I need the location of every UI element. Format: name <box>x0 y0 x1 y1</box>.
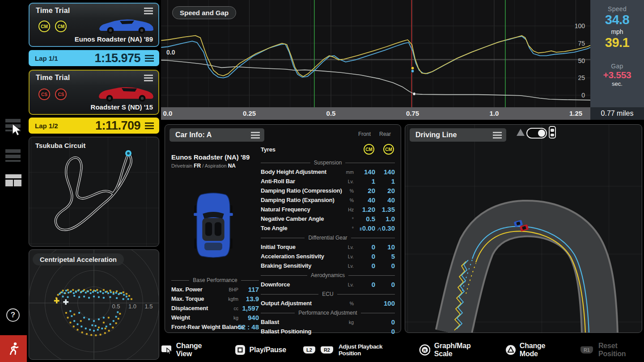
runner-icon <box>6 341 21 356</box>
chart-x-axis[interactable]: 0.00.250.50.751.01.25 <box>161 107 590 120</box>
hint-label: Change View <box>176 342 218 358</box>
control-hints-bar: Change ViewPlay/PauseL2R2Adjust Playback… <box>161 337 644 362</box>
spec-value: 940 <box>248 314 259 321</box>
gg-point <box>117 311 119 313</box>
lap-a-time: 1:15.975 <box>94 51 140 65</box>
gg-point <box>82 290 84 292</box>
driving-line-toggle[interactable] <box>526 128 547 139</box>
gg-point <box>69 322 71 324</box>
lap-a-menu-icon[interactable] <box>145 55 154 62</box>
gg-point <box>107 292 109 294</box>
car-info-menu-icon[interactable] <box>251 132 260 139</box>
gg-point <box>81 332 83 333</box>
section-name: Aerodynamics <box>311 272 345 278</box>
r2-button-icon: R2 <box>321 346 333 354</box>
gg-point <box>113 293 114 295</box>
lap-row-a[interactable]: Lap 1/1 1:15.975 <box>29 50 159 66</box>
tyres-label: Tyres <box>261 146 275 153</box>
hint-touchpad[interactable]: Change View <box>161 342 218 358</box>
section-divider: Performance Adjustment <box>261 308 395 317</box>
hint-label: Graph/Map Scale <box>434 342 488 358</box>
driving-line-header[interactable]: Driving Line <box>410 128 506 142</box>
entry-a-car-name: Eunos Roadster (NA) '89 <box>75 35 153 43</box>
car-info-header[interactable]: Car Info: A <box>169 128 264 142</box>
gg-point <box>85 292 87 294</box>
gg-point <box>88 319 90 320</box>
lap-row-b[interactable]: Lap 1/2 1:11.709 <box>29 118 159 134</box>
entry-card-a[interactable]: Time Trial CM CM Eunos Roadster (NA) '89 <box>29 3 159 47</box>
setting-row: Ballast Positioning0 <box>261 327 395 336</box>
drivetrain-label: Drivetrain <box>171 163 192 168</box>
series-0 <box>161 36 590 78</box>
x-axis-tick-label: 0.75 <box>406 109 419 117</box>
spec-label: Weight <box>171 314 190 321</box>
touchpad-icon <box>161 344 172 356</box>
gg-point <box>95 334 97 336</box>
car-display-icon[interactable] <box>549 126 556 139</box>
setting-unit: Lv. <box>348 254 354 259</box>
gap-unit: sec. <box>590 80 644 87</box>
series-2 <box>161 60 590 100</box>
gg-point <box>110 291 112 293</box>
hint-square[interactable]: Play/Pause <box>235 345 287 355</box>
hint-l2r2[interactable]: L2R2Adjust Playback Position <box>303 343 402 357</box>
menu-icon[interactable] <box>5 149 21 162</box>
car-info-panel: Car Info: A Eunos Roadster (NA) '89 Driv… <box>165 124 401 333</box>
setting-value-front: 1.20 <box>354 206 375 213</box>
setting-unit: % <box>350 188 354 194</box>
gg-point <box>103 289 105 291</box>
hint-rstick[interactable]: RGraph/Map Scale <box>419 342 488 358</box>
gg-point <box>78 296 80 298</box>
help-button[interactable]: ? <box>6 308 20 322</box>
gg-point <box>115 322 117 324</box>
setting-row: DownforceLv.00 <box>261 280 395 289</box>
y-axis-tick: 25 <box>578 74 585 81</box>
layout-view-icon[interactable] <box>5 174 21 187</box>
entry-b-menu-icon[interactable] <box>144 75 153 81</box>
car-info-identity: Eunos Roadster (NA) '89 Drivetrain FR / … <box>171 153 250 169</box>
setting-row: Anti-Roll BarLv.11 <box>261 177 395 186</box>
setting-value-front: 0.5 <box>354 215 375 223</box>
setting-label: Body Height Adjustment <box>261 168 326 175</box>
gg-point <box>67 296 69 298</box>
entry-b-car-name: Roadster S (ND) '15 <box>91 103 153 111</box>
gap-value: +3.553 <box>590 70 644 80</box>
gg-point <box>101 328 103 329</box>
gg-point <box>97 329 99 331</box>
driving-line-menu-icon[interactable] <box>493 132 502 139</box>
speed-label: Speed <box>590 5 644 13</box>
car-a-image <box>97 14 156 36</box>
setting-value-front: 0 <box>354 262 375 269</box>
gg-point <box>123 294 125 296</box>
hint-triangle[interactable]: Change Mode <box>505 342 564 358</box>
entry-card-b[interactable]: Time Trial CS CS Roadster S (ND) '15 <box>29 70 159 115</box>
gg-point <box>72 289 74 291</box>
setting-value-front: 1 <box>354 177 375 185</box>
y-axis-tick: 100 <box>575 22 585 29</box>
setting-value-front: 140 <box>354 168 375 176</box>
triangle-button-icon <box>505 345 516 355</box>
setting-row: Damping Ratio (Compression)%2020 <box>261 186 395 195</box>
gg-point <box>64 292 65 294</box>
hint-label: Change Mode <box>520 342 564 358</box>
car-info-car-name: Eunos Roadster (NA) '89 <box>171 153 250 161</box>
gg-tick-label: 1.5 <box>144 303 153 310</box>
gg-point <box>113 320 114 322</box>
setting-unit: Lv. <box>348 244 354 250</box>
entry-a-mode: Time Trial <box>36 7 70 15</box>
gg-point <box>108 330 110 332</box>
scale-up-icon[interactable] <box>517 129 525 136</box>
spec-value: 1,597 <box>242 304 259 312</box>
entry-a-menu-icon[interactable] <box>144 8 153 14</box>
question-mark-icon: ? <box>11 311 15 320</box>
speed-value-a: 34.8 <box>590 13 644 27</box>
setting-value-front: 40 <box>354 196 375 204</box>
gg-point <box>95 290 97 292</box>
spec-value: 117 <box>248 286 259 293</box>
gap-label: Gap <box>590 63 644 70</box>
lap-b-menu-icon[interactable] <box>145 122 154 129</box>
exit-button[interactable] <box>0 335 27 362</box>
layout-icon <box>5 174 21 187</box>
spec-unit: BHP <box>229 287 238 292</box>
gg-point <box>110 323 111 325</box>
